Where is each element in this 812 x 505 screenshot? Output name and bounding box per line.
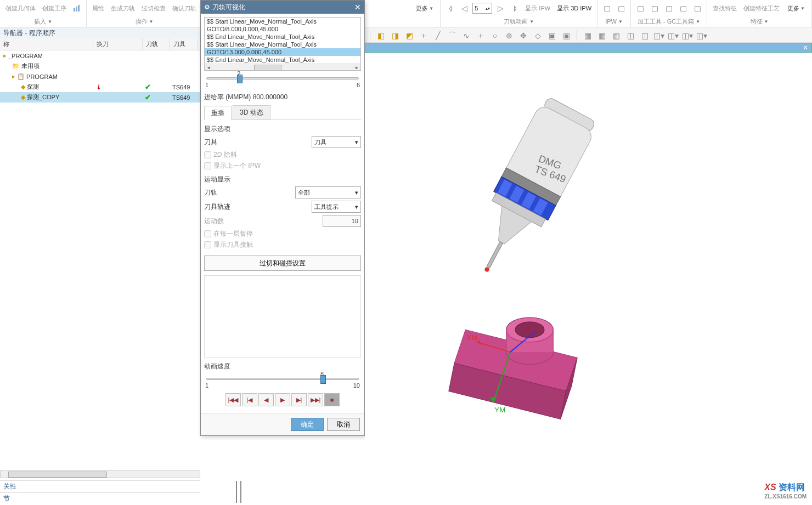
- speed-slider-thumb[interactable]: [320, 375, 326, 384]
- position-slider[interactable]: 2: [206, 77, 359, 80]
- gc-icon-3[interactable]: ▢: [663, 2, 675, 14]
- point-icon[interactable]: +: [475, 30, 487, 42]
- gouge-check-btn[interactable]: 过切检查: [139, 3, 168, 14]
- chevron-down-icon[interactable]: ▼: [149, 19, 154, 24]
- tab-3d-dynamic[interactable]: 3D 动态: [233, 105, 270, 120]
- create-op-btn[interactable]: 创建工序: [40, 3, 69, 14]
- col-tool-change[interactable]: 换刀: [93, 38, 143, 50]
- cube-icon-2[interactable]: ◨: [389, 30, 401, 42]
- prev-frame-button[interactable]: |◀: [242, 393, 257, 406]
- curve-icon[interactable]: ∿: [460, 30, 472, 42]
- chevron-down-icon[interactable]: ▼: [696, 19, 700, 24]
- close-icon[interactable]: ✕: [354, 3, 361, 12]
- step-fwd-icon[interactable]: ▷: [494, 2, 506, 14]
- create-feat-btn[interactable]: 创建特征工艺: [741, 3, 782, 14]
- plus-icon[interactable]: +: [418, 30, 430, 42]
- gc-icon-1[interactable]: ▢: [634, 2, 646, 14]
- grid-icon-3[interactable]: ▦: [610, 30, 622, 42]
- skip-end-icon[interactable]: ⦊: [509, 2, 521, 14]
- cancel-button[interactable]: 取消: [327, 418, 360, 431]
- gc-icon-2[interactable]: ▢: [649, 2, 661, 14]
- code-line[interactable]: $$ Start Linear_Move_Normal_Tool_Axis: [205, 18, 360, 25]
- tab-replay[interactable]: 重播: [204, 106, 232, 120]
- box-icon-2[interactable]: ◫: [639, 30, 651, 42]
- 3d-viewport[interactable]: ✕ XM YM: [365, 43, 812, 505]
- code-line[interactable]: $$ End Linear_Move_Normal_Tool_Axis: [205, 33, 360, 41]
- path-select[interactable]: 全部▾: [295, 186, 361, 198]
- skip-start-icon[interactable]: ⦉: [444, 2, 456, 14]
- solid-icon-1[interactable]: ▣: [546, 30, 558, 42]
- dd-icon-3[interactable]: ◫▾: [681, 30, 693, 42]
- arc-icon[interactable]: ⌒: [446, 30, 458, 42]
- confirm-path-btn[interactable]: 确认刀轨: [170, 3, 199, 14]
- step-back-icon[interactable]: ◁: [458, 2, 470, 14]
- navigator-body[interactable]: ▸ _PROGRAM📁 未用项▸ 📋 PROGRAM◆ 探测🌡✔TS649◆ 探…: [0, 50, 200, 423]
- solid-icon-2[interactable]: ▣: [560, 30, 572, 42]
- ipw-icon-1[interactable]: ▢: [601, 2, 613, 14]
- slider-thumb[interactable]: [237, 75, 243, 83]
- goto-start-button[interactable]: |◀◀: [225, 393, 241, 406]
- chevron-down-icon[interactable]: ▼: [529, 19, 534, 24]
- code-line[interactable]: $$ Start Linear_Move_Normal_Tool_Axis: [205, 41, 360, 48]
- stop-button[interactable]: ■: [324, 393, 340, 406]
- dd-icon-2[interactable]: ◫▾: [667, 30, 679, 42]
- col-path[interactable]: 刀轨: [143, 38, 170, 50]
- more-btn-2[interactable]: 更多▼: [784, 3, 808, 14]
- goto-end-button[interactable]: ▶▶|: [308, 393, 323, 406]
- props-btn[interactable]: 属性: [90, 3, 106, 14]
- code-line[interactable]: GOTO/8.000,0.000,45.000: [205, 25, 360, 33]
- ipw-icon-2[interactable]: ▢: [615, 2, 627, 14]
- play-back-button[interactable]: ◀: [258, 393, 274, 406]
- gen-path-btn[interactable]: 生成刀轨: [109, 3, 137, 14]
- line-icon[interactable]: ╱: [432, 30, 444, 42]
- grid-icon-1[interactable]: ▦: [582, 30, 594, 42]
- gc-icon-5[interactable]: ▢: [691, 2, 703, 14]
- scroll-right-arrow[interactable]: ▸: [353, 64, 360, 71]
- chevron-down-icon[interactable]: ▼: [764, 19, 769, 24]
- anim-step-input[interactable]: 5▴▾: [472, 3, 492, 14]
- circle-icon[interactable]: ○: [489, 30, 501, 42]
- ok-button[interactable]: 确定: [291, 418, 324, 431]
- chevron-down-icon[interactable]: ▼: [48, 19, 52, 24]
- table-row[interactable]: ◆ 探测🌡✔TS649: [0, 82, 200, 92]
- collision-settings-button[interactable]: 过切和碰撞设置: [204, 256, 361, 271]
- play-button[interactable]: ▶: [275, 393, 290, 406]
- grid-icon-2[interactable]: ▦: [596, 30, 608, 42]
- code-line[interactable]: GOTO/13.000,0.000,45.000: [205, 48, 360, 56]
- code-hscroll-thumb[interactable]: [254, 65, 281, 71]
- bottom-sec-1[interactable]: 关性: [0, 480, 200, 492]
- create-geom-btn[interactable]: 创建几何体: [3, 3, 38, 14]
- box-icon-1[interactable]: ◫: [624, 30, 636, 42]
- diamond-icon[interactable]: ◇: [532, 30, 544, 42]
- target-icon[interactable]: ⊕: [503, 30, 515, 42]
- gc-icon-4[interactable]: ▢: [677, 2, 689, 14]
- find-feat-btn[interactable]: 查找特征: [710, 3, 739, 14]
- table-row[interactable]: 📁 未用项: [0, 61, 200, 71]
- next-frame-button[interactable]: ▶|: [291, 393, 307, 406]
- bottom-sec-2[interactable]: 节: [0, 492, 200, 504]
- scroll-left-arrow[interactable]: ◂: [205, 64, 212, 71]
- speed-slider[interactable]: 8: [206, 378, 359, 380]
- cube-icon-1[interactable]: ◧: [375, 30, 387, 42]
- show-ipw-btn[interactable]: 显示 IPW: [523, 3, 552, 14]
- table-row[interactable]: ◆ 探测_COPY✔TS649: [0, 92, 200, 103]
- cube-icon-3[interactable]: ◩: [403, 30, 415, 42]
- dd-icon-4[interactable]: ◫▾: [696, 30, 708, 42]
- chevron-down-icon[interactable]: ▼: [618, 19, 623, 24]
- dd-icon-1[interactable]: ◫▾: [653, 30, 665, 42]
- viewport-close-icon[interactable]: ✕: [799, 43, 811, 52]
- dialog-titlebar[interactable]: ⚙刀轨可视化 ✕: [201, 1, 364, 14]
- more-btn-1[interactable]: 更多▼: [413, 3, 437, 14]
- col-tool[interactable]: 刀具: [170, 38, 198, 50]
- code-hscroll[interactable]: ◂ ▸: [205, 64, 360, 71]
- hscrollbar[interactable]: [0, 470, 200, 478]
- code-line[interactable]: $$ End Linear_Move_Normal_Tool_Axis: [205, 56, 360, 64]
- show-3d-ipw-btn[interactable]: 显示 3D IPW: [555, 3, 594, 14]
- tool-select[interactable]: 刀具▾: [312, 136, 361, 148]
- table-row[interactable]: ▸ 📋 PROGRAM: [0, 71, 200, 82]
- col-name[interactable]: 称: [0, 38, 93, 50]
- chart-icon[interactable]: [71, 2, 83, 14]
- nc-code-list[interactable]: $$ Start Linear_Move_Normal_Tool_AxisGOT…: [204, 17, 361, 71]
- resize-handle[interactable]: [236, 481, 241, 503]
- table-row[interactable]: ▸ _PROGRAM: [0, 50, 200, 61]
